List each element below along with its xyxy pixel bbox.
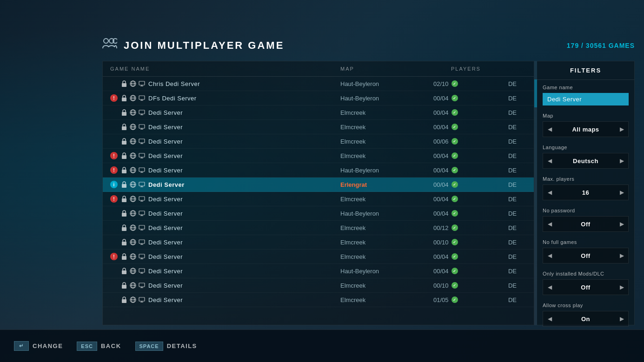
server-row[interactable]: ! Dedi Serve — [103, 192, 534, 206]
server-map: Elmcreek — [340, 296, 433, 303]
server-type-icons — [120, 210, 146, 217]
server-name-text: Dedi Server — [148, 210, 183, 217]
svg-rect-17 — [122, 112, 126, 116]
server-name-text: Dedi Server — [148, 253, 183, 260]
svg-rect-66 — [122, 213, 126, 217]
server-lang: DE — [498, 210, 526, 217]
server-row[interactable]: Dedi ServerHaut-Beyleron00/04DE — [103, 264, 534, 278]
language-next-arrow[interactable]: ▶ — [615, 153, 628, 168]
page-title: JOIN MULTIPLAYER GAME — [124, 39, 284, 52]
server-row[interactable]: Dedi ServerElmcreek00/12DE — [103, 221, 534, 235]
server-row[interactable]: ! Dedi Serve — [103, 149, 534, 163]
server-name-text: Dedi Server — [148, 268, 183, 275]
title-group: JOIN MULTIPLAYER GAME — [102, 37, 284, 53]
cross-play-prev-arrow[interactable]: ◀ — [543, 311, 556, 326]
server-map: Elmcreek — [340, 152, 433, 159]
server-row[interactable]: Dedi ServerElmcreek00/06DE — [103, 134, 534, 149]
svg-rect-91 — [139, 254, 145, 258]
globe-icon — [129, 138, 137, 145]
filter-no-password-label: No password — [543, 208, 629, 213]
no-full-games-prev-arrow[interactable]: ◀ — [543, 248, 556, 263]
map-prev-arrow[interactable]: ◀ — [543, 122, 556, 137]
scrollbar[interactable] — [534, 61, 537, 325]
server-lang: DE — [498, 296, 526, 303]
monitor-icon — [138, 239, 146, 245]
games-count: 179 / 30561 GAMES — [567, 42, 635, 49]
svg-rect-112 — [139, 297, 145, 301]
filter-no-full-games-value: Off — [556, 252, 615, 259]
svg-rect-7 — [139, 81, 145, 85]
back-button[interactable]: ESC BACK — [77, 342, 121, 351]
server-name-cell: ! DFs Dedi S — [110, 94, 340, 102]
svg-rect-45 — [122, 170, 126, 173]
server-players: 00/04 — [433, 109, 498, 116]
svg-rect-98 — [139, 269, 145, 272]
server-row[interactable]: Dedi ServerElmcreek00/10DE — [103, 278, 534, 293]
filter-game-name-input[interactable] — [543, 93, 629, 105]
globe-icon — [129, 224, 137, 231]
server-players: 00/06 — [433, 138, 498, 145]
change-button[interactable]: ↵ CHANGE — [14, 341, 63, 351]
server-row[interactable]: ! Dedi Serve — [103, 250, 534, 264]
col-players: PLAYERS — [433, 66, 498, 72]
no-password-next-arrow[interactable]: ▶ — [615, 217, 628, 231]
server-row[interactable]: ! DFs Dedi S — [103, 91, 534, 105]
server-lang: DE — [498, 167, 526, 174]
server-name-text: Dedi Server — [148, 138, 183, 145]
server-name-text: Dedi Server — [148, 124, 183, 131]
language-prev-arrow[interactable]: ◀ — [543, 153, 556, 168]
server-map: Erlengrat — [340, 181, 433, 188]
server-name-text: Dedi Server — [148, 152, 183, 159]
server-name-cell: ! Dedi Serve — [110, 166, 340, 174]
server-row[interactable]: i Dedi Serve — [103, 178, 534, 192]
map-next-arrow[interactable]: ▶ — [615, 122, 628, 137]
server-type-icons — [120, 167, 146, 173]
server-type-icons — [120, 268, 146, 274]
server-players: 00/04 — [433, 210, 498, 217]
server-row[interactable]: Dedi ServerElmcreek00/04DE — [103, 120, 534, 134]
globe-icon — [129, 95, 137, 101]
svg-rect-84 — [139, 240, 145, 244]
no-full-games-next-arrow[interactable]: ▶ — [615, 248, 628, 263]
server-row[interactable]: ! Dedi Serve — [103, 163, 534, 178]
server-type-icons — [120, 296, 146, 303]
server-row[interactable]: Chris Dedi ServerHaut-Beyleron02/10DE — [103, 77, 534, 91]
globe-icon — [129, 109, 137, 116]
server-status-dot — [451, 109, 458, 116]
server-players: 00/04 — [433, 196, 498, 203]
server-lang: DE — [498, 152, 526, 159]
server-status-dot — [451, 138, 458, 145]
lock-icon — [120, 152, 128, 159]
icon-placeholder — [110, 267, 118, 275]
change-label: CHANGE — [33, 342, 63, 349]
max-players-prev-arrow[interactable]: ◀ — [543, 185, 556, 200]
only-mods-next-arrow[interactable]: ▶ — [615, 280, 628, 295]
server-row[interactable]: Dedi ServerElmcreek00/04DE — [103, 105, 534, 120]
server-map: Haut-Beyleron — [340, 80, 433, 87]
server-type-icons — [120, 282, 146, 289]
server-players: 00/04 — [433, 152, 498, 159]
server-row[interactable]: Dedi ServerElmcreek00/10DE — [103, 235, 534, 250]
scroll-thumb[interactable] — [534, 79, 537, 107]
no-password-prev-arrow[interactable]: ◀ — [543, 217, 556, 231]
server-status-dot — [451, 95, 458, 101]
monitor-icon — [138, 268, 146, 274]
server-rows: Chris Dedi ServerHaut-Beyleron02/10DE! — [103, 77, 534, 325]
server-row[interactable]: Dedi ServerElmcreek01/05DE — [103, 293, 534, 307]
server-row[interactable]: Dedi ServerHaut-Beyleron00/04DE — [103, 206, 534, 221]
server-status-dot — [451, 181, 458, 188]
details-button[interactable]: SPACE DETAILS — [135, 342, 197, 351]
filter-max-players-label: Max. players — [543, 176, 629, 182]
globe-icon — [129, 196, 137, 202]
server-list-container: GAME NAME MAP PLAYERS — [102, 61, 534, 325]
only-mods-prev-arrow[interactable]: ◀ — [543, 280, 556, 295]
svg-rect-21 — [139, 110, 145, 114]
lock-icon — [120, 224, 128, 231]
lock-icon — [120, 95, 128, 101]
svg-rect-73 — [122, 227, 126, 231]
monitor-icon — [138, 167, 146, 173]
max-players-next-arrow[interactable]: ▶ — [615, 185, 628, 200]
server-name-text: Dedi Server — [148, 282, 183, 289]
svg-rect-105 — [139, 283, 145, 287]
cross-play-next-arrow[interactable]: ▶ — [615, 311, 628, 326]
